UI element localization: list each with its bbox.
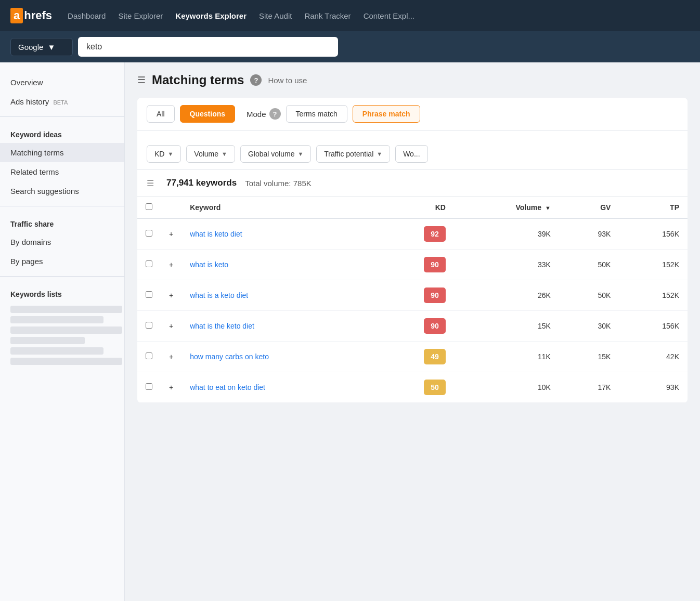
sidebar-item-by-domains[interactable]: By domains (0, 232, 124, 252)
row-volume-3: 15K (454, 311, 559, 342)
sidebar-item-ads-history[interactable]: Ads history BETA (0, 92, 124, 111)
kd-badge-1: 90 (424, 257, 446, 272)
row-checkbox-2[interactable] (146, 291, 152, 298)
nav-rank-tracker[interactable]: Rank Tracker (304, 9, 351, 22)
th-checkbox (137, 197, 161, 218)
keyword-link-4[interactable]: how many carbs on keto (190, 352, 269, 361)
keywords-list-item-blurred-2 (10, 316, 103, 323)
row-tp-2: 152K (619, 280, 688, 311)
nav-site-explorer[interactable]: Site Explorer (118, 9, 163, 22)
nav-dashboard[interactable]: Dashboard (68, 9, 106, 22)
row-checkbox-0[interactable] (146, 230, 152, 237)
ads-history-label: Ads history (10, 97, 49, 106)
table-row: + what is the keto diet 90 15K 30K 156K (137, 311, 688, 342)
row-checkbox-cell (137, 342, 161, 372)
nav-keywords-explorer[interactable]: Keywords Explorer (175, 9, 247, 22)
row-add-button-5[interactable]: + (161, 372, 182, 403)
row-checkbox-5[interactable] (146, 383, 152, 390)
word-count-label: Wo... (403, 150, 420, 158)
traffic-potential-dropdown[interactable]: Traffic potential ▼ (316, 145, 390, 163)
row-volume-5: 10K (454, 372, 559, 403)
phrase-match-button[interactable]: Phrase match (353, 105, 420, 123)
row-tp-0: 156K (619, 218, 688, 250)
keywords-list-item-blurred-1 (10, 306, 122, 313)
keyword-link-5[interactable]: what to eat on keto diet (190, 383, 265, 391)
traffic-potential-arrow-icon: ▼ (377, 151, 382, 157)
engine-arrow-icon: ▼ (47, 43, 55, 51)
row-gv-5: 17K (559, 372, 619, 403)
sidebar-item-by-pages[interactable]: By pages (0, 252, 124, 271)
row-kd-3: 90 (376, 311, 454, 342)
sidebar-item-related-terms[interactable]: Related terms (0, 162, 124, 181)
search-input[interactable] (78, 37, 338, 57)
keyword-link-1[interactable]: what is keto (190, 260, 228, 269)
how-to-use-link[interactable]: How to use (268, 76, 307, 85)
keyword-link-3[interactable]: what is the keto diet (190, 322, 254, 330)
row-tp-3: 156K (619, 311, 688, 342)
mode-help-icon[interactable]: ? (269, 108, 281, 120)
results-menu-icon[interactable]: ☰ (147, 178, 154, 188)
word-count-dropdown[interactable]: Wo... (395, 145, 427, 163)
main-content: ☰ Matching terms ? How to use All Questi… (125, 62, 700, 601)
row-checkbox-4[interactable] (146, 352, 152, 359)
engine-selector[interactable]: Google ▼ (10, 38, 73, 56)
row-checkbox-3[interactable] (146, 322, 152, 329)
engine-label: Google (18, 43, 43, 51)
row-checkbox-cell (137, 280, 161, 311)
keyword-link-0[interactable]: what is keto diet (190, 230, 242, 238)
row-add-button-3[interactable]: + (161, 311, 182, 342)
results-count: 77,941 keywords (166, 178, 237, 188)
top-navigation: a hrefs Dashboard Site Explorer Keywords… (0, 0, 700, 31)
row-add-button-1[interactable]: + (161, 250, 182, 280)
sidebar-item-matching-terms[interactable]: Matching terms (0, 143, 124, 162)
volume-dropdown[interactable]: Volume ▼ (186, 145, 235, 163)
nav-site-audit[interactable]: Site Audit (259, 9, 292, 22)
global-volume-arrow-icon: ▼ (297, 151, 303, 157)
sidebar-item-overview[interactable]: Overview (0, 73, 124, 92)
th-keyword: Keyword (182, 197, 375, 218)
kd-dropdown[interactable]: KD ▼ (147, 145, 181, 163)
th-volume: Volume ▼ (454, 197, 559, 218)
nav-links: Dashboard Site Explorer Keywords Explore… (68, 9, 414, 22)
th-gv: GV (559, 197, 619, 218)
keyword-link-2[interactable]: what is a keto diet (190, 291, 248, 299)
keywords-list-item-blurred-4 (10, 337, 85, 344)
row-add-button-4[interactable]: + (161, 342, 182, 372)
row-kd-2: 90 (376, 280, 454, 311)
row-add-button-0[interactable]: + (161, 218, 182, 250)
row-checkbox-1[interactable] (146, 260, 152, 267)
volume-sort-icon[interactable]: ▼ (545, 205, 551, 211)
table-row: + what is keto diet 92 39K 93K 156K (137, 218, 688, 250)
nav-content-explorer[interactable]: Content Expl... (364, 9, 414, 22)
select-all-checkbox[interactable] (146, 203, 152, 210)
row-add-button-2[interactable]: + (161, 280, 182, 311)
all-filter-button[interactable]: All (147, 105, 175, 123)
help-icon[interactable]: ? (250, 74, 262, 86)
row-kd-0: 92 (376, 218, 454, 250)
global-volume-dropdown[interactable]: Global volume ▼ (240, 145, 311, 163)
row-gv-0: 93K (559, 218, 619, 250)
keyword-ideas-title: Keyword ideas (0, 122, 124, 143)
page-title: Matching terms (152, 73, 244, 87)
row-checkbox-cell (137, 311, 161, 342)
kd-arrow-icon: ▼ (167, 151, 173, 157)
th-tp: TP (619, 197, 688, 218)
logo-text: hrefs (24, 9, 52, 22)
row-volume-1: 33K (454, 250, 559, 280)
logo[interactable]: a hrefs (10, 8, 52, 23)
volume-label: Volume (194, 150, 218, 158)
dropdown-row: KD ▼ Volume ▼ Global volume ▼ Traffic po… (137, 139, 688, 169)
terms-match-button[interactable]: Terms match (286, 105, 347, 123)
kd-badge-0: 92 (424, 226, 446, 242)
questions-filter-button[interactable]: Questions (180, 105, 235, 123)
row-gv-2: 50K (559, 280, 619, 311)
table-row: + what to eat on keto diet 50 10K 17K 93… (137, 372, 688, 403)
kd-label: KD (154, 150, 164, 158)
traffic-share-title: Traffic share (0, 212, 124, 232)
table-row: + how many carbs on keto 49 11K 15K 42K (137, 342, 688, 372)
hamburger-icon[interactable]: ☰ (137, 74, 146, 86)
row-keyword-3: what is the keto diet (182, 311, 375, 342)
sidebar: Overview Ads history BETA Keyword ideas … (0, 62, 125, 601)
kd-badge-5: 50 (424, 380, 446, 395)
sidebar-item-search-suggestions[interactable]: Search suggestions (0, 181, 124, 201)
